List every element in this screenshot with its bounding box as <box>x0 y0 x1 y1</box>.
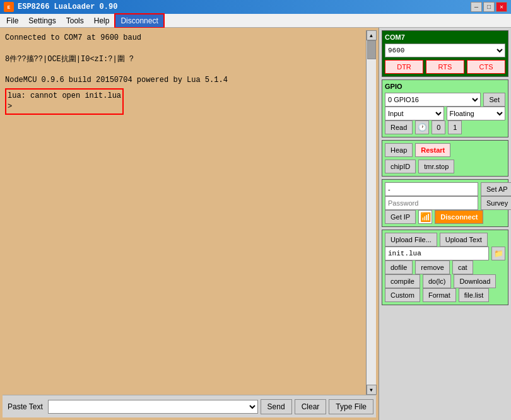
terminal-line-1: Connected to COM7 at 9600 baud <box>5 33 363 44</box>
menu-disconnect[interactable]: Disconnect <box>114 13 164 28</box>
terminal-line-3: 8件??搐??|OCE抗圍|I0<zI:?|圍 ? <box>5 54 363 65</box>
remove-button[interactable]: remove <box>415 260 450 274</box>
filelist-button[interactable]: file.list <box>459 288 490 302</box>
clock-icon[interactable]: 🕐 <box>415 120 429 134</box>
compile-button[interactable]: compile <box>385 274 420 288</box>
gpio-pin-select[interactable]: 0 GPIO16 <box>385 93 481 107</box>
gpio-val-0-button[interactable]: 0 <box>432 120 445 134</box>
survey-button[interactable]: Survey <box>481 196 511 210</box>
gpio-val-1-button[interactable]: 1 <box>448 120 462 134</box>
gpio-set-button[interactable]: Set <box>483 93 505 107</box>
title-bar: E ESP8266 LuaLoader 0.90 — □ ✕ <box>0 0 511 14</box>
tmrstop-button[interactable]: tmr.stop <box>418 160 454 173</box>
upload-file-button[interactable]: Upload File... <box>385 233 437 247</box>
terminal-output: Connected to COM7 at 9600 baud 8件??搐??|O… <box>3 30 366 395</box>
com-title: COM7 <box>385 33 505 41</box>
system-section: Heap Restart chipID tmr.stop <box>382 140 508 177</box>
file-browse-icon[interactable]: 📁 <box>491 247 505 260</box>
gpio-read-button[interactable]: Read <box>385 120 413 134</box>
terminal-line-6: lua: cannot open init.lua <box>8 91 121 102</box>
cts-button[interactable]: CTS <box>467 60 505 74</box>
gpio-float-select[interactable]: Floating <box>447 107 506 120</box>
dolc-button[interactable]: do(lc) <box>423 274 452 288</box>
clear-button[interactable]: Clear <box>295 399 327 414</box>
minimize-button[interactable]: — <box>471 2 482 12</box>
wifi-icon: 📶 <box>418 210 432 224</box>
com-section: COM7 9600 DTR RTS CTS <box>382 30 508 77</box>
terminal-scrollbar[interactable]: ▲ ▼ <box>366 30 376 395</box>
dofile-button[interactable]: dofile <box>385 260 413 274</box>
chipid-button[interactable]: chipID <box>385 160 416 173</box>
restart-button[interactable]: Restart <box>415 143 450 157</box>
bottom-bar: Paste Text Send Clear Type File <box>3 395 376 417</box>
terminal-line-2 <box>5 44 363 54</box>
format-button[interactable]: Format <box>423 288 456 302</box>
setap-button[interactable]: Set AP <box>481 182 511 196</box>
gpio-mode-select[interactable]: Input <box>385 107 444 120</box>
scroll-track <box>367 40 376 385</box>
terminal-area: Connected to COM7 at 9600 baud 8件??搐??|O… <box>0 28 379 420</box>
menu-file[interactable]: File <box>1 15 23 27</box>
heap-button[interactable]: Heap <box>385 143 413 157</box>
maximize-button[interactable]: □ <box>483 2 495 12</box>
type-file-button[interactable]: Type File <box>329 399 373 414</box>
app-title: ESP8266 LuaLoader 0.90 <box>18 3 117 11</box>
right-panel: COM7 9600 DTR RTS CTS GPIO 0 GPIO16 Set … <box>379 28 511 420</box>
send-button[interactable]: Send <box>261 399 292 414</box>
terminal-line-7: > <box>8 102 121 112</box>
menu-bar: File Settings Tools Help Disconnect <box>0 14 511 28</box>
password-input[interactable] <box>385 196 478 210</box>
gpio-section: GPIO 0 GPIO16 Set Input Floating Read 🕐 … <box>382 79 508 137</box>
filename-input[interactable] <box>385 247 489 260</box>
file-section: Upload File... Upload Text 📁 dofile remo… <box>382 230 508 305</box>
menu-settings[interactable]: Settings <box>23 15 61 27</box>
menu-tools[interactable]: Tools <box>61 15 89 27</box>
dtr-button[interactable]: DTR <box>385 60 423 74</box>
disconnect-button[interactable]: Disconnect <box>435 210 483 224</box>
terminal-line-4 <box>5 64 363 75</box>
wifi-section: Set AP Survey Get IP 📶 Disconnect <box>382 179 508 227</box>
cat-button[interactable]: cat <box>452 260 473 274</box>
paste-input-select[interactable] <box>48 400 258 414</box>
baud-rate-select[interactable]: 9600 <box>385 44 505 57</box>
close-button[interactable]: ✕ <box>496 2 507 12</box>
scroll-down-btn[interactable]: ▼ <box>367 385 377 395</box>
gpio-title: GPIO <box>385 83 505 90</box>
terminal-line-5: NodeMCU 0.9.6 build 20150704 powered by … <box>5 75 363 86</box>
menu-help[interactable]: Help <box>89 15 115 27</box>
custom-button[interactable]: Custom <box>385 288 420 302</box>
getip-button[interactable]: Get IP <box>385 210 416 224</box>
upload-text-button[interactable]: Upload Text <box>440 233 488 247</box>
ssid-input[interactable] <box>385 182 478 196</box>
scroll-thumb[interactable] <box>367 40 376 59</box>
download-button[interactable]: Download <box>454 274 496 288</box>
rts-button[interactable]: RTS <box>426 60 464 74</box>
paste-text-label: Paste Text <box>5 402 45 411</box>
scroll-up-btn[interactable]: ▲ <box>367 30 377 40</box>
app-icon: E <box>4 2 14 12</box>
terminal-highlight-box: lua: cannot open init.lua > <box>5 88 124 115</box>
